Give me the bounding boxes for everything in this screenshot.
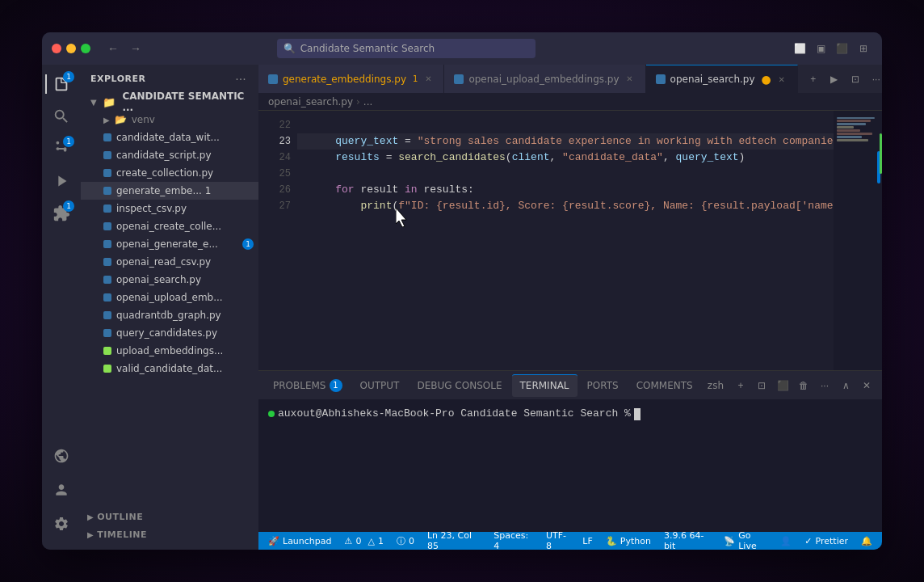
titlebar: ← → 🔍 Candidate Semantic Search ⬜ ▣ ⬛ ⊞: [42, 32, 882, 65]
minimap-line: [837, 126, 854, 129]
status-python-version[interactable]: 3.9.6 64-bit: [661, 532, 714, 550]
spaces-label: Spaces: 4: [494, 530, 533, 550]
terminal-trash-button[interactable]: 🗑: [795, 377, 813, 394]
terminal-maximize-button[interactable]: ∧: [837, 377, 855, 394]
prompt-circle-icon: [268, 411, 275, 417]
sidebar-item-openai-read-csv[interactable]: openai_read_csv.py: [81, 253, 258, 271]
more-actions-button[interactable]: ···: [867, 70, 882, 88]
code-token: results: [335, 150, 380, 166]
editor-with-minimap: 22 23 24 25 26 27: [258, 111, 882, 370]
terminal-tab-output[interactable]: OUTPUT: [352, 374, 408, 397]
line-num-22: 22: [258, 117, 291, 133]
activity-search[interactable]: [45, 100, 78, 133]
tab-label: openai_search.py: [670, 74, 755, 85]
sidebar-item-upload-embeddings[interactable]: upload_embeddings...: [81, 342, 258, 360]
split-editor-right-button[interactable]: ⊡: [846, 70, 864, 88]
sidebar-item-openai-upload-emb[interactable]: openai_upload_emb...: [81, 289, 258, 306]
status-prettier[interactable]: ✓ Prettier: [801, 532, 851, 550]
terminal-more-button[interactable]: ···: [816, 377, 834, 394]
breadcrumb-file[interactable]: openai_search.py: [268, 96, 353, 108]
sidebar-item-candidate-data[interactable]: candidate_data_wit...: [81, 129, 258, 146]
terminal-split-button[interactable]: ⊡: [753, 377, 771, 394]
tab-unsaved-dot: ●: [762, 73, 771, 86]
sidebar-item-openai-search[interactable]: openai_search.py: [81, 271, 258, 289]
sidebar-item-outline[interactable]: ▶ OUTLINE: [81, 508, 258, 525]
minimize-button[interactable]: [66, 44, 76, 53]
code-token: "candidate_data": [562, 150, 663, 166]
line-num-27: 27: [258, 198, 291, 214]
status-launchpad[interactable]: 🚀 Launchpad: [265, 532, 335, 550]
status-position[interactable]: Ln 23, Col 85: [424, 532, 484, 550]
status-info[interactable]: ⓘ 0: [393, 532, 418, 550]
code-editor[interactable]: 22 23 24 25 26 27: [258, 111, 834, 370]
terminal-layout-button[interactable]: ⬛: [774, 377, 792, 394]
tab-close-button[interactable]: ✕: [422, 74, 434, 85]
activity-remote[interactable]: [45, 440, 78, 472]
sidebar-item-query-candidates[interactable]: query_candidates.py: [81, 324, 258, 342]
terminal-tab-problems[interactable]: PROBLEMS 1: [265, 374, 351, 397]
warning-count: 1: [378, 536, 384, 546]
code-line-24: results = search_candidates ( client , "…: [297, 150, 834, 166]
sidebar-toggle-button[interactable]: ⬜: [792, 40, 809, 57]
terminal-add-button[interactable]: +: [732, 377, 750, 394]
file-type-icon: [103, 276, 111, 284]
terminal-tab-ports[interactable]: PORTS: [579, 374, 627, 397]
status-line-ending[interactable]: LF: [579, 532, 595, 550]
sidebar-item-inspect-csv[interactable]: inspect_csv.py: [81, 200, 258, 217]
code-token: [310, 198, 360, 214]
activity-source-control[interactable]: 1: [45, 133, 78, 165]
terminal-tab-comments[interactable]: COMMENTS: [628, 374, 701, 397]
tab-openai-search[interactable]: openai_search.py ● ✕: [646, 65, 798, 93]
breadcrumb-separator: ›: [356, 96, 360, 108]
minimap-line: [837, 117, 875, 119]
activity-extensions[interactable]: 1: [45, 197, 78, 230]
project-folder[interactable]: ▼ 📁 CANDIDATE SEMANTIC ...: [81, 93, 258, 111]
titlebar-search[interactable]: 🔍 Candidate Semantic Search: [277, 39, 536, 58]
terminal-tab-debug-console[interactable]: DEBUG CONSOLE: [409, 374, 510, 397]
terminal-tab-terminal[interactable]: TERMINAL: [512, 374, 578, 397]
terminal-content[interactable]: auxout@Abhisheks-MacBook-Pro Candidate S…: [258, 399, 882, 532]
run-button[interactable]: ▶: [825, 70, 843, 88]
sidebar-item-openai-generate-e[interactable]: openai_generate_e... 1: [81, 235, 258, 253]
status-errors[interactable]: ⚠ 0 △ 1: [342, 532, 387, 550]
sidebar-item-quadrantdb-graph[interactable]: quadrantdb_graph.py: [81, 306, 258, 324]
split-editor-button[interactable]: ⬛: [834, 40, 851, 57]
minimap-line: [837, 139, 868, 141]
activity-run-debug[interactable]: [45, 165, 78, 197]
status-go-live[interactable]: 📡 Go Live: [720, 532, 771, 550]
timeline-label: TIMELINE: [97, 529, 147, 540]
tab-generate-embeddings[interactable]: generate_embeddings.py 1 ✕: [258, 65, 444, 93]
sidebar-item-timeline[interactable]: ▶ TIMELINE: [81, 525, 258, 543]
sidebar-item-generate-embe[interactable]: generate_embe... 1: [81, 182, 258, 200]
new-file-button[interactable]: +: [804, 70, 822, 88]
status-account-icon[interactable]: 👤: [777, 532, 795, 550]
error-count: 0: [355, 536, 361, 546]
file-type-icon: [103, 151, 111, 159]
sidebar-item-openai-create-colle[interactable]: openai_create_colle...: [81, 217, 258, 235]
forward-button[interactable]: →: [126, 39, 145, 58]
terminal-close-button[interactable]: ✕: [858, 377, 876, 394]
breadcrumb-context[interactable]: ...: [363, 96, 372, 108]
tab-close-button[interactable]: ✕: [624, 74, 636, 85]
status-language[interactable]: 🐍 Python: [603, 532, 654, 550]
sidebar-item-candidate-script[interactable]: candidate_script.py: [81, 146, 258, 164]
sidebar-item-valid-candidate-dat[interactable]: valid_candidate_dat...: [81, 360, 258, 377]
activity-account[interactable]: [45, 474, 78, 506]
maximize-button[interactable]: [81, 44, 90, 53]
activity-explorer[interactable]: 1: [45, 68, 78, 100]
tab-openai-upload-embeddings[interactable]: openai_upload_embeddings.py ✕: [444, 65, 645, 93]
customize-layout-button[interactable]: ⊞: [855, 40, 872, 57]
activity-settings[interactable]: [45, 508, 78, 540]
status-bell[interactable]: 🔔: [858, 532, 876, 550]
layout-button[interactable]: ▣: [813, 40, 830, 57]
code-content[interactable]: query_text = "strong sales candidate exp…: [297, 111, 834, 370]
sidebar-more-button[interactable]: ···: [233, 71, 249, 87]
sidebar-item-create-collection[interactable]: create_collection.py: [81, 164, 258, 182]
close-button[interactable]: [52, 44, 61, 53]
status-spaces[interactable]: Spaces: 4: [490, 532, 536, 550]
status-encoding[interactable]: UTF-8: [543, 532, 573, 550]
sidebar-item-venv[interactable]: ▶ 📂 venv: [81, 111, 258, 129]
back-button[interactable]: ←: [103, 39, 123, 58]
tab-close-button[interactable]: ✕: [776, 74, 788, 85]
folder-name: CANDIDATE SEMANTIC ...: [122, 91, 252, 113]
